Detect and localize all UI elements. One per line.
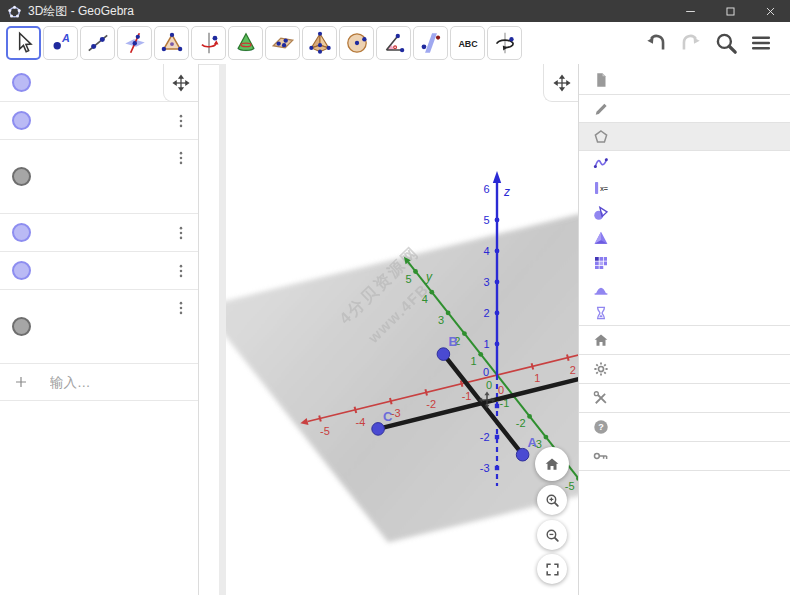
point-label-A: A (528, 435, 538, 450)
gear-icon (592, 360, 610, 378)
plane-line-icon (122, 30, 148, 56)
graphing-icon (592, 154, 610, 172)
undo-button[interactable] (643, 30, 669, 56)
zoom-in-button[interactable] (537, 485, 567, 515)
row-menu-button[interactable] (172, 259, 194, 283)
menu-item-4[interactable] (579, 150, 790, 175)
algebra-row[interactable] (0, 290, 198, 364)
visibility-toggle[interactable] (12, 223, 31, 242)
zoom-out-icon (544, 527, 561, 544)
tool-pyramid-button[interactable] (302, 26, 337, 60)
tool-text-button[interactable]: ABC (450, 26, 485, 60)
svg-text:0: 0 (486, 379, 492, 391)
tool-move-button[interactable] (6, 26, 41, 60)
menu-item-13[interactable] (579, 383, 790, 412)
home-nav-icon (543, 455, 561, 473)
tool-cone-button[interactable] (228, 26, 263, 60)
plane-points-icon (270, 30, 296, 56)
algebra-row[interactable] (0, 214, 198, 252)
pyramid-icon (307, 30, 333, 56)
row-menu-button[interactable] (172, 146, 194, 170)
tool-polygon-button[interactable] (154, 26, 189, 60)
menu-item-9[interactable] (579, 275, 790, 300)
close-button[interactable] (750, 0, 790, 22)
row-menu-button[interactable] (172, 109, 194, 133)
toolbar: AABC (0, 22, 790, 65)
redo-icon (678, 30, 704, 56)
svg-text:-3: -3 (480, 462, 490, 474)
svg-text:4: 4 (422, 293, 428, 305)
visibility-toggle[interactable] (12, 111, 31, 130)
menu-item-14[interactable]: ? (579, 412, 790, 441)
point-A[interactable] (516, 448, 529, 461)
move-handle-icon (553, 74, 571, 92)
reflection-icon (418, 30, 444, 56)
spreadsheet-icon (592, 254, 610, 272)
menu-item-12[interactable] (579, 354, 790, 383)
algebra-input[interactable] (48, 374, 172, 391)
maximize-button[interactable] (710, 0, 750, 22)
tool-point-button[interactable]: A (43, 26, 78, 60)
kebab-icon (172, 112, 190, 130)
sphere-icon (344, 30, 370, 56)
zoom-out-button[interactable] (537, 520, 567, 550)
graphics-view-drag-handle[interactable] (543, 64, 578, 102)
tool-rotate-around-line-button[interactable] (191, 26, 226, 60)
row-menu-button[interactable] (172, 221, 194, 245)
tool-plane-through-points-button[interactable] (265, 26, 300, 60)
algebra-row[interactable] (0, 102, 198, 140)
algebra-row[interactable] (0, 140, 198, 214)
svg-text:4: 4 (483, 245, 489, 257)
menu-item-11[interactable] (579, 325, 790, 354)
svg-text:2: 2 (570, 364, 576, 376)
menu-item-1[interactable] (579, 66, 790, 94)
move-handle-icon (172, 74, 190, 92)
main-menu-list: x=? (579, 66, 790, 471)
algebra-row[interactable] (0, 252, 198, 290)
text-icon: ABC (455, 30, 481, 56)
home-icon (592, 331, 610, 349)
menu-item-8[interactable] (579, 250, 790, 275)
visibility-toggle[interactable] (12, 317, 31, 336)
menu-item-3[interactable] (579, 122, 790, 150)
fullscreen-icon (544, 561, 561, 578)
home-button[interactable] (535, 447, 569, 481)
undo-icon (643, 30, 669, 56)
menu-item-2[interactable] (579, 94, 790, 122)
tool-sphere-button[interactable] (339, 26, 374, 60)
algebra-input-row (0, 364, 198, 401)
pencil-icon (592, 100, 610, 118)
point-C[interactable] (372, 423, 385, 436)
menu-item-6[interactable] (579, 200, 790, 225)
point-B[interactable] (437, 348, 450, 361)
visibility-toggle[interactable] (12, 73, 31, 92)
3d-scene[interactable]: 4分贝资源网www.4FB-5-4-3-2-112y54321-1-2-3-5z… (226, 64, 578, 595)
svg-text:-5: -5 (320, 425, 330, 437)
main-menu-panel: x=? (578, 64, 790, 595)
tool-rotate-view-button[interactable] (487, 26, 522, 60)
tool-intersect-plane-button[interactable] (117, 26, 152, 60)
tool-angle-button[interactable] (376, 26, 411, 60)
menu-button[interactable] (748, 30, 774, 56)
search-button[interactable] (713, 30, 739, 56)
fullscreen-button[interactable] (537, 554, 567, 584)
menu-item-10[interactable] (579, 300, 790, 325)
toolbar-actions (643, 30, 790, 56)
row-menu-button[interactable] (172, 296, 194, 320)
tools-icon (592, 389, 610, 407)
visibility-toggle[interactable] (12, 167, 31, 186)
menu-item-15[interactable] (579, 441, 790, 470)
menu-item-7[interactable] (579, 225, 790, 250)
tool-reflect-about-plane-button[interactable] (413, 26, 448, 60)
redo-button[interactable] (678, 30, 704, 56)
tool-line-button[interactable] (80, 26, 115, 60)
minimize-button[interactable] (670, 0, 710, 22)
menu-item-5[interactable]: x= (579, 175, 790, 200)
cone-icon (233, 30, 259, 56)
svg-text:5: 5 (405, 273, 411, 285)
graphics-3d-view[interactable]: 4分贝资源网www.4FB-5-4-3-2-112y54321-1-2-3-5z… (226, 64, 578, 595)
visibility-toggle[interactable] (12, 261, 31, 280)
title-bar[interactable]: 3D绘图 - GeoGebra (0, 0, 790, 22)
panel-splitter[interactable] (219, 64, 226, 595)
algebra-panel-drag-handle[interactable] (163, 64, 198, 102)
